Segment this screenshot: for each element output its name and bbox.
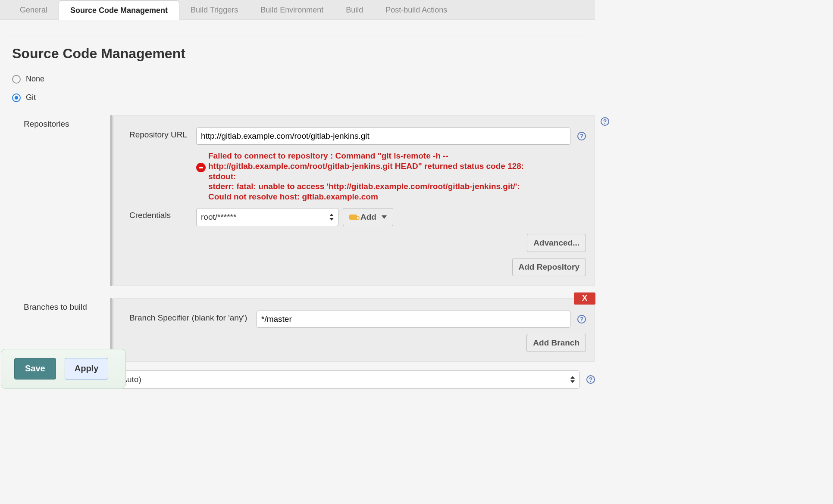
chevron-updown-icon — [329, 214, 334, 221]
scm-option-none[interactable]: None — [12, 75, 595, 84]
error-icon — [196, 163, 206, 172]
repository-panel: ? Repository URL ? Failed to connect to … — [113, 115, 595, 286]
repositories-block: Repositories ? Repository URL ? Failed t… — [24, 115, 595, 286]
add-branch-button[interactable]: Add Branch — [526, 334, 586, 352]
divider — [4, 35, 584, 35]
tab-build-environment[interactable]: Build Environment — [249, 0, 335, 20]
branch-specifier-input[interactable] — [257, 311, 570, 328]
chevron-updown-icon — [570, 376, 575, 383]
credentials-selected-value: root/****** — [201, 212, 236, 222]
tabs: General Source Code Management Build Tri… — [0, 0, 595, 20]
scm-radio-group: None Git — [12, 75, 595, 102]
credentials-label: Credentials — [129, 208, 196, 220]
close-icon: X — [582, 294, 587, 303]
add-credentials-label: Add — [360, 212, 376, 222]
chevron-down-icon — [382, 215, 387, 219]
repo-buttons: Advanced... Add Repository — [129, 234, 586, 276]
scm-option-git-label: Git — [26, 93, 36, 102]
help-icon[interactable]: ? — [577, 315, 586, 324]
save-button-label: Save — [25, 364, 45, 373]
advanced-button-label: Advanced... — [533, 238, 579, 248]
add-branch-button-label: Add Branch — [533, 338, 579, 348]
add-repository-button-label: Add Repository — [519, 262, 579, 272]
page: General Source Code Management Build Tri… — [0, 0, 595, 389]
add-credentials-button[interactable]: Add — [343, 208, 393, 226]
add-repository-button[interactable]: Add Repository — [512, 258, 586, 276]
scm-option-none-label: None — [26, 75, 44, 84]
apply-button[interactable]: Apply — [65, 358, 109, 380]
repo-url-row: Repository URL ? — [129, 128, 586, 145]
scm-option-git[interactable]: Git — [12, 93, 595, 102]
radio-icon — [12, 93, 21, 102]
advanced-button[interactable]: Advanced... — [527, 234, 586, 252]
branch-panel: X Branch Specifier (blank for 'any') ? A… — [113, 298, 595, 362]
apply-button-label: Apply — [75, 364, 99, 373]
repo-url-error-text: Failed to connect to repository : Comman… — [208, 151, 536, 202]
save-panel: Save Apply — [1, 349, 126, 389]
credentials-row: Credentials root/****** Add — [129, 208, 586, 226]
tab-post-build-actions[interactable]: Post-build Actions — [374, 0, 458, 20]
branch-specifier-label: Branch Specifier (blank for 'any') — [129, 311, 257, 323]
help-icon[interactable]: ? — [586, 375, 595, 384]
repo-url-label: Repository URL — [129, 128, 196, 140]
radio-icon — [12, 75, 21, 84]
key-icon — [349, 215, 357, 220]
repository-browser-select[interactable]: (Auto) — [114, 370, 579, 389]
credentials-select[interactable]: root/****** — [196, 208, 338, 226]
help-icon[interactable]: ? — [577, 132, 586, 140]
tab-scm[interactable]: Source Code Management — [59, 0, 179, 20]
drag-handle[interactable] — [110, 115, 113, 286]
branches-label: Branches to build — [24, 298, 110, 312]
tab-general[interactable]: General — [9, 0, 59, 20]
repo-url-error: Failed to connect to repository : Comman… — [196, 151, 586, 202]
tab-build-triggers[interactable]: Build Triggers — [179, 0, 249, 20]
branch-specifier-row: Branch Specifier (blank for 'any') ? — [129, 311, 586, 328]
save-button[interactable]: Save — [14, 358, 56, 380]
section-title: Source Code Management — [12, 46, 595, 62]
repositories-label: Repositories — [24, 115, 110, 129]
help-icon[interactable]: ? — [601, 117, 609, 126]
repo-url-input[interactable] — [196, 128, 570, 145]
tab-build[interactable]: Build — [335, 0, 374, 20]
delete-branch-button[interactable]: X — [574, 292, 595, 305]
